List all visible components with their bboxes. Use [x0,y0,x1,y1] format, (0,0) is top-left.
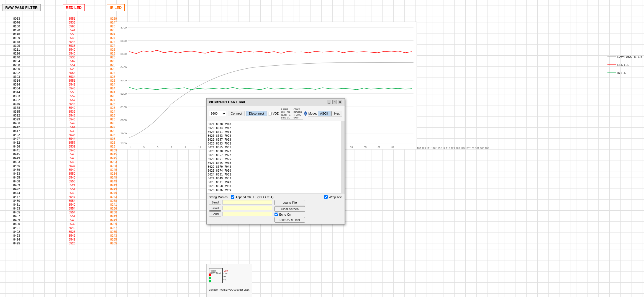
svg-text:8600: 8600 [120,39,127,42]
svg-text:RX: RX [224,279,227,281]
send-button-3[interactable]: Send [209,211,221,216]
svg-rect-53 [209,280,211,282]
log-row: 8020 8051 7914 [208,130,340,134]
append-crlf-checkbox[interactable] [231,195,234,199]
log-row: 8020 8057 7903 [208,138,340,142]
maximize-button[interactable]: □ [332,100,337,104]
svg-text:9: 9 [184,146,186,149]
chart-legend: RAW PASS FILTER RED LED IR LED [607,55,642,74]
red-value: 8532 [57,222,88,226]
echo-on-checkbox[interactable] [274,213,278,216]
ir-value: 8249 [98,214,129,218]
red-value: 8548 [57,218,88,222]
clear-screen-button[interactable]: Clear Screen [274,206,305,212]
red-value: 8557 [57,98,88,102]
mode-group: Mode: ASCII Hex [308,111,342,117]
send-input-1[interactable] [222,200,272,205]
exit-uart-button[interactable]: Exit UART Tool [274,217,305,223]
svg-text:11: 11 [198,146,201,149]
svg-text:5: 5 [157,146,158,149]
red-value: 8539 [57,110,88,113]
send-button-2[interactable]: Send [209,206,221,211]
red-value: 8537 [57,164,88,168]
red-value: 8533 [57,20,88,24]
red-value: 8540 [57,191,88,195]
svg-text:39: 39 [391,146,394,149]
raw-value: 8370 [1,102,32,106]
vdd-checkbox[interactable] [268,112,272,115]
vdd-label: VDD [273,112,279,115]
ir-value: 8249 [98,187,129,191]
raw-value: 8490 [1,222,32,226]
log-row: 8021 8065 7918 [208,161,340,165]
connect-button[interactable]: Connect [228,111,245,116]
red-value: 8557 [57,141,88,144]
raw-value: 8432 [1,141,32,144]
close-button[interactable]: ✕ [338,100,342,104]
help-icon[interactable]: ? [304,111,307,116]
uart-title: PICkit2Plus UART Tool [209,100,245,104]
log-row: 8020 8053 7932 [208,142,340,146]
legend-red-label: RED LED [617,63,629,66]
ir-value: 8241 [98,203,129,206]
raw-value: 8489 [1,218,32,222]
raw-value: 8441 [1,148,32,152]
raw-value: 8268 [1,63,32,67]
raw-value: 8474 [1,191,32,195]
ascii-mode-button[interactable]: ASCII [318,111,331,116]
ir-value: 8228 [98,164,129,168]
raw-value: 8472 [1,187,32,191]
send-input-3[interactable] [222,212,272,216]
send-row-3: Send [209,211,272,216]
hex-mode-button[interactable]: Hex [331,111,342,116]
red-value: 8521 [57,183,88,187]
uart-log[interactable]: 8021 8078 79188020 8034 79128020 8051 79… [207,121,341,193]
uart-toolbar: 9600 19200 38400 57600 115200 Connect Di… [207,106,345,121]
send-inputs: Send Send Send [209,200,272,223]
svg-text:8200: 8200 [120,92,127,95]
raw-value: 8494 [1,237,32,241]
raw-value: 8495 [1,241,32,245]
red-value: 8539 [57,144,88,148]
red-value: 8526 [57,241,88,245]
macros-row: String Macros: Append CR+LF (x0D + x0A) … [209,195,342,199]
send-button-1[interactable]: Send [209,200,221,205]
minimize-button[interactable]: _ [327,100,331,104]
svg-text:8000: 8000 [120,118,127,122]
log-row: 8021 8065 7901 [208,146,340,149]
wrap-text-checkbox[interactable] [324,195,328,199]
wrap-text-group: Wrap Text [324,195,342,199]
raw-value: 8491 [1,226,32,230]
legend-ir: IR LED [607,71,642,74]
data-columns: 8053807681008120814081598178819582118226… [0,17,130,245]
red-value: 8550 [57,90,88,94]
ir-value: 8256 [98,206,129,210]
raw-value: 8465 [1,175,32,179]
uart-scrollbar[interactable] [341,121,345,193]
raw-value: 8334 [1,86,32,90]
send-input-2[interactable] [222,206,272,210]
svg-text:UART Circuit: UART Circuit [211,272,221,274]
legend-raw-label: RAW PASS FILTER [617,55,642,58]
legend-ir-line [607,73,616,73]
disconnect-button[interactable]: Disconnect [247,111,266,116]
red-value: 8548 [57,113,88,117]
red-value: 8556 [57,71,88,75]
ir-value: 8245 [98,152,129,156]
raw-value: 8159 [1,36,32,40]
red-value: 8550 [57,172,88,175]
raw-value: 8399 [1,117,32,121]
red-value: 8544 [57,137,88,141]
legend-raw: RAW PASS FILTER [607,55,642,58]
log-to-file-button[interactable]: Log to File [274,200,305,205]
red-value: 8543 [57,117,88,121]
red-value: 8558 [57,179,88,183]
raw-value: 8100 [1,24,32,28]
red-value: 8551 [57,79,88,82]
red-value: 8533 [57,133,88,137]
raw-value: 8487 [1,214,32,218]
baud-rate-select[interactable]: 9600 19200 38400 57600 115200 [209,111,226,116]
log-row: 8026 8068 7960 [208,184,340,188]
log-row: 8020 8043 7922 [208,134,340,138]
log-row: 8020 8051 7925 [208,157,340,161]
